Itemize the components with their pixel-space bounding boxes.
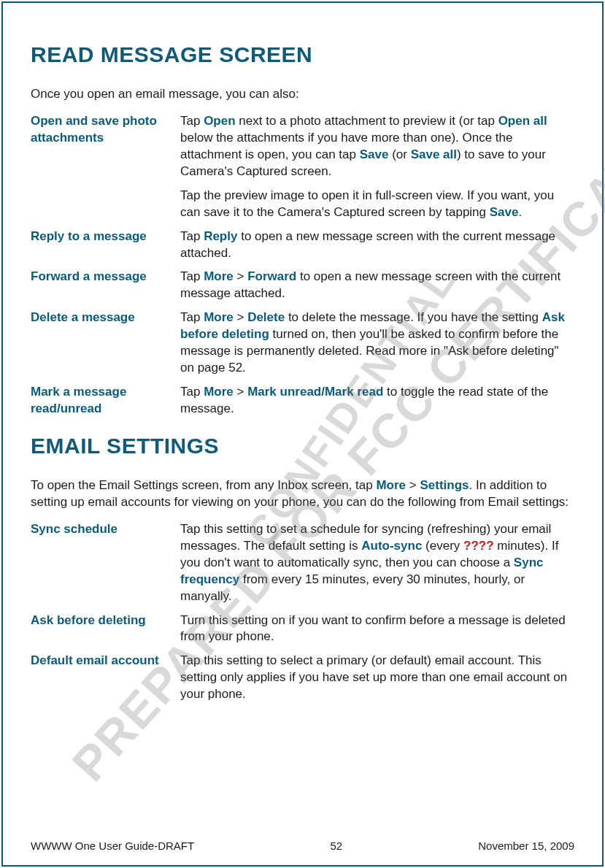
entry-forward: Forward a message Tap More > Forward to … xyxy=(31,269,574,302)
entry-label: Mark a message read/unread xyxy=(31,384,180,418)
text: to delete the message. If you have the s… xyxy=(285,310,542,324)
entry-open-save-attachments: Open and save photo attachments Tap Open… xyxy=(31,113,574,221)
text: to open a new message screen with the cu… xyxy=(180,229,555,260)
keyword-mark-unread-read: Mark unread/Mark read xyxy=(247,385,383,399)
desc-paragraph: Tap this setting to select a primary (or… xyxy=(180,653,574,703)
text: > xyxy=(234,269,247,283)
keyword-settings: Settings xyxy=(420,478,469,492)
text: . xyxy=(518,205,522,219)
keyword-save: Save xyxy=(490,205,519,219)
entry-desc: Tap More > Mark unread/Mark read to togg… xyxy=(180,384,574,418)
placeholder-unknown: ???? xyxy=(463,539,494,553)
entry-desc: Tap Reply to open a new message screen w… xyxy=(180,228,574,262)
entry-desc: Tap this setting to select a primary (or… xyxy=(180,653,574,703)
keyword-save-all: Save all xyxy=(411,147,457,161)
desc-paragraph: Tap this setting to set a schedule for s… xyxy=(180,521,574,605)
entry-label: Forward a message xyxy=(31,269,180,302)
page-footer: WWWW One User Guide-DRAFT 52 November 15… xyxy=(31,835,574,852)
intro-read-message: Once you open an email message, you can … xyxy=(31,86,574,103)
entry-label: Sync schedule xyxy=(31,521,180,605)
text: Tap xyxy=(180,385,204,399)
text: (or xyxy=(388,147,410,161)
entry-label: Open and save photo attachments xyxy=(31,113,180,221)
desc-paragraph: Tap More > Forward to open a new message… xyxy=(180,269,574,302)
entry-label: Delete a message xyxy=(31,310,180,377)
desc-paragraph: Tap More > Delete to delete the message.… xyxy=(180,310,574,377)
entry-label: Ask before deleting xyxy=(31,612,180,646)
page-frame: PREPARED FOR FCC CERTIFICATION CONFIDENT… xyxy=(1,1,604,867)
text: Tap xyxy=(180,310,204,324)
footer-page-number: 52 xyxy=(330,840,342,852)
entry-sync-schedule: Sync schedule Tap this setting to set a … xyxy=(31,521,574,605)
keyword-reply: Reply xyxy=(204,229,237,243)
text: > xyxy=(406,478,420,492)
text: Tap xyxy=(180,269,204,283)
entry-default-email-account: Default email account Tap this setting t… xyxy=(31,653,574,703)
entry-reply: Reply to a message Tap Reply to open a n… xyxy=(31,228,574,262)
text: > xyxy=(234,385,247,399)
keyword-open-all: Open all xyxy=(498,114,547,128)
desc-paragraph: Tap Reply to open a new message screen w… xyxy=(180,228,574,262)
footer-doc-title: WWWW One User Guide-DRAFT xyxy=(31,840,194,852)
page-content: READ MESSAGE SCREEN Once you open an ema… xyxy=(31,26,574,835)
text: > xyxy=(234,310,247,324)
keyword-more: More xyxy=(204,310,234,324)
entry-desc: Tap More > Delete to delete the message.… xyxy=(180,310,574,377)
intro-email-settings: To open the Email Settings screen, from … xyxy=(31,477,574,511)
keyword-more: More xyxy=(204,269,234,283)
keyword-forward: Forward xyxy=(247,269,296,283)
heading-read-message-screen: READ MESSAGE SCREEN xyxy=(31,42,574,67)
keyword-auto-sync: Auto-sync xyxy=(361,539,422,553)
keyword-more: More xyxy=(204,385,234,399)
entry-label: Default email account xyxy=(31,653,180,703)
text: To open the Email Settings screen, from … xyxy=(31,478,376,492)
entry-label: Reply to a message xyxy=(31,228,180,262)
desc-paragraph: Tap More > Mark unread/Mark read to togg… xyxy=(180,384,574,418)
entry-desc: Tap this setting to set a schedule for s… xyxy=(180,521,574,605)
keyword-open: Open xyxy=(204,114,235,128)
entry-mark-read-unread: Mark a message read/unread Tap More > Ma… xyxy=(31,384,574,418)
keyword-save: Save xyxy=(360,147,389,161)
text: Tap xyxy=(180,114,204,128)
desc-paragraph: Tap the preview image to open it in full… xyxy=(180,188,574,221)
footer-date: November 15, 2009 xyxy=(478,840,574,852)
desc-paragraph: Turn this setting on if you want to conf… xyxy=(180,612,574,646)
entry-ask-before-deleting: Ask before deleting Turn this setting on… xyxy=(31,612,574,646)
text: (every xyxy=(422,539,463,553)
entry-delete: Delete a message Tap More > Delete to de… xyxy=(31,310,574,377)
heading-email-settings: EMAIL SETTINGS xyxy=(31,434,574,458)
entry-desc: Tap More > Forward to open a new message… xyxy=(180,269,574,302)
entry-desc: Turn this setting on if you want to conf… xyxy=(180,612,574,646)
desc-paragraph: Tap Open next to a photo attachment to p… xyxy=(180,113,574,180)
text: Tap xyxy=(180,229,204,243)
text: next to a photo attachment to preview it… xyxy=(236,114,498,128)
keyword-delete: Delete xyxy=(247,310,285,324)
entry-desc: Tap Open next to a photo attachment to p… xyxy=(180,113,574,221)
keyword-more: More xyxy=(376,478,406,492)
